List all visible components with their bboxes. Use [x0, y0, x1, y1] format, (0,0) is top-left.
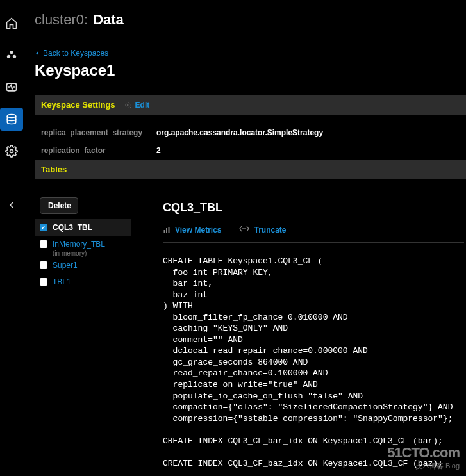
settings-value: 2 [156, 146, 161, 155]
settings-row: replication_factor 2 [41, 142, 466, 160]
divider [163, 242, 464, 243]
settings-rows: replica_placement_strategy org.apache.ca… [41, 124, 466, 160]
table-item-label: CQL3_TBL [53, 223, 92, 232]
database-icon [5, 113, 18, 126]
chevron-left-icon [35, 50, 40, 56]
home-icon [5, 17, 18, 29]
header: cluster0: Data Back to Keyspaces Keyspac… [23, 0, 466, 86]
chevron-left-icon [6, 200, 17, 210]
table-item-cql3-tbl[interactable]: CQL3_TBL [35, 219, 131, 236]
checkbox[interactable] [40, 240, 47, 248]
settings-key: replica_placement_strategy [41, 128, 156, 137]
svg-point-4 [7, 115, 15, 118]
view-metrics-label: View Metrics [175, 226, 221, 234]
svg-point-6 [127, 104, 129, 106]
settings-value: org.apache.cassandra.locator.SimpleStrat… [156, 128, 323, 137]
table-list: CQL3_TBL InMemory_TBL (in memory) Super1… [35, 219, 131, 290]
bar-chart-icon [163, 226, 171, 234]
truncate-link[interactable]: Truncate [239, 225, 286, 234]
settings-row: replica_placement_strategy org.apache.ca… [41, 124, 466, 142]
checkbox[interactable] [40, 224, 47, 231]
settings-title: Keyspace Settings [41, 100, 115, 110]
table-item-label: Super1 [53, 261, 78, 270]
svg-point-2 [13, 55, 16, 58]
breadcrumb-label: Back to Keyspaces [43, 49, 108, 58]
checkbox[interactable] [40, 278, 47, 286]
main-area: cluster0: Data Back to Keyspaces Keyspac… [23, 0, 466, 476]
settings-key: replication_factor [41, 146, 156, 155]
nav-activity[interactable] [0, 76, 23, 99]
svg-rect-7 [164, 230, 165, 233]
settings-bar: Keyspace Settings Edit [35, 95, 466, 115]
nav-collapse[interactable] [0, 193, 23, 217]
svg-point-1 [7, 55, 10, 58]
cluster-name-bold: Data [93, 12, 124, 28]
edit-label: Edit [135, 101, 150, 110]
table-item-label: InMemory_TBL [53, 240, 105, 249]
gear-icon [124, 101, 132, 109]
detail-title: CQL3_TBL [163, 201, 466, 215]
detail-actions: View Metrics Truncate [163, 225, 466, 234]
keyspace-title: Keyspace1 [35, 62, 466, 79]
cql-schema-code: CREATE TABLE Keyspace1.CQL3_CF ( foo int… [163, 256, 466, 469]
truncate-icon [239, 225, 249, 234]
breadcrumb-back[interactable]: Back to Keyspaces [35, 49, 466, 58]
delete-button[interactable]: Delete [40, 197, 78, 214]
page-title: cluster0: Data [35, 12, 466, 28]
activity-icon [5, 81, 18, 94]
tables-area: Delete CQL3_TBL InMemory_TBL (in memory)… [35, 191, 466, 476]
table-item-tbl1[interactable]: TBL1 [35, 274, 131, 290]
table-item-super1[interactable]: Super1 [35, 257, 131, 274]
truncate-label: Truncate [254, 226, 286, 234]
tables-left-panel: Delete CQL3_TBL InMemory_TBL (in memory)… [35, 191, 131, 476]
sidebar-nav [0, 0, 23, 476]
gear-icon [5, 145, 18, 158]
nav-settings[interactable] [0, 140, 23, 163]
view-metrics-link[interactable]: View Metrics [163, 226, 221, 234]
table-item-sublabel: (in memory) [47, 250, 131, 257]
checkbox[interactable] [40, 261, 47, 269]
svg-rect-9 [169, 227, 170, 233]
table-detail-panel: CQL3_TBL View Metrics Truncate CREATE TA… [131, 191, 466, 476]
edit-settings-link[interactable]: Edit [124, 101, 150, 110]
tables-title: Tables [35, 160, 466, 179]
svg-point-5 [10, 150, 13, 153]
nav-cluster[interactable] [0, 44, 23, 67]
cluster-name-muted: cluster0: [35, 12, 88, 28]
nav-home[interactable] [0, 12, 23, 35]
table-item-label: TBL1 [53, 277, 71, 286]
svg-point-0 [10, 51, 13, 54]
cluster-icon [6, 49, 17, 61]
svg-rect-8 [166, 228, 167, 233]
nav-data[interactable] [0, 108, 23, 131]
